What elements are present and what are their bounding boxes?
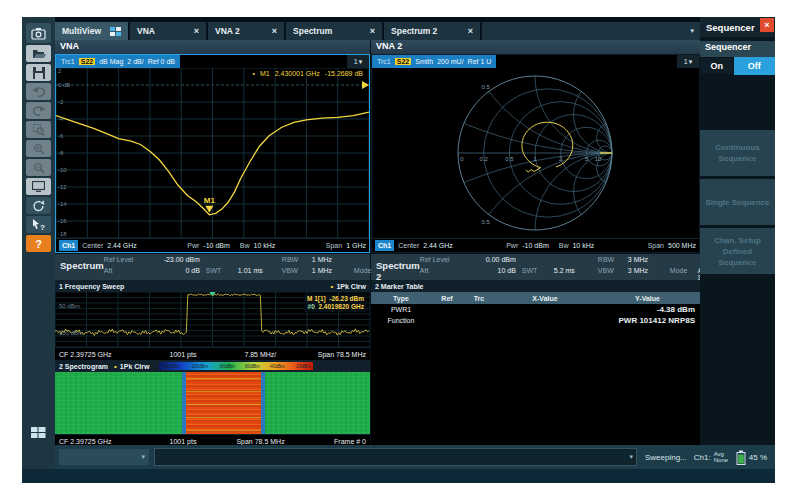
vna-footer: Ch1 Center2.44 GHz Pwr-10 dBm Bw10 kHz S…	[56, 238, 369, 252]
redo-icon[interactable]	[26, 102, 51, 119]
y-axis-label: -100 dBm	[57, 330, 83, 336]
vna2-frame: Trc1 S22 Smith 200 mU/ Ref 1 U 1 ▾ 00.20…	[371, 54, 700, 253]
sequencer-off-button[interactable]: Off	[734, 57, 775, 75]
close-icon[interactable]: ×	[272, 26, 277, 36]
status-average: Avg None	[714, 451, 728, 463]
chevron-down-icon: ▾	[141, 453, 145, 461]
undo-icon[interactable]	[26, 83, 51, 100]
vna2-panel[interactable]: VNA 2 Trc1 S22 Smith 200 mU/ Ref 1 U 1 ▾	[371, 40, 700, 253]
save-icon[interactable]	[26, 64, 51, 81]
tab-label: Spectrum 2	[391, 26, 437, 36]
tab-multiview[interactable]: MultiView	[55, 22, 128, 40]
legend-label: -110dBm	[162, 363, 180, 368]
status-message-box[interactable]: ▾	[154, 448, 637, 466]
screenshot-camera-icon[interactable]	[26, 23, 51, 43]
window-select[interactable]: 1 ▾	[347, 55, 369, 68]
close-icon[interactable]: ×	[370, 26, 375, 36]
windows-start-icon[interactable]	[26, 422, 51, 442]
status-channel: Ch1:	[694, 453, 711, 462]
sequencer-softkey-button[interactable]: Continuous Sequence	[700, 130, 775, 176]
tab-spectrum[interactable]: Spectrum ×	[286, 22, 382, 40]
legend-label: -100dBm	[190, 363, 208, 368]
trace-info[interactable]: Trc1 S22 dB Mag 2 dB/ Ref 0 dB	[56, 55, 180, 68]
tab-overflow-area[interactable]: ▾	[482, 22, 700, 40]
y-axis-label: 0 dB	[58, 82, 70, 88]
svg-text:?: ?	[40, 223, 45, 231]
table-row[interactable]: PWR1 -4.38 dBm	[371, 304, 700, 315]
spectrum-panel[interactable]: Spectrum Ref Level -23.00 dBm RBW 1 MHz …	[55, 254, 370, 445]
sparam-chip: S22	[79, 58, 95, 65]
trace-color-dot-icon: •	[114, 362, 117, 371]
spectrogram-plot[interactable]	[55, 372, 370, 434]
multiview-grid-icon	[110, 27, 121, 36]
channel-badge[interactable]: Ch1	[59, 240, 78, 251]
tab-label: VNA 2	[215, 26, 240, 36]
svg-text:M1: M1	[204, 196, 216, 205]
context-help-icon[interactable]: ?	[26, 216, 51, 233]
zoom-out-icon[interactable]	[26, 159, 51, 176]
tab-vna[interactable]: VNA ×	[130, 22, 206, 40]
legend-label: -60dBm	[244, 363, 260, 368]
help-icon[interactable]: ?	[26, 235, 51, 252]
trace-header: Trc1 S22 Smith 200 mU/ Ref 1 U 1 ▾	[372, 55, 699, 68]
trace-scale: 200 mU/	[437, 58, 463, 65]
screenshot-page: ? ? MultiView VNA × VNA 2 × Spectrum × S…	[0, 0, 790, 496]
vna2-footer: Ch1 Center2.44 GHz Pwr-10 dBm Bw10 kHz S…	[372, 238, 699, 252]
tab-label: VNA	[137, 26, 155, 36]
close-icon[interactable]: ×	[194, 26, 199, 36]
y-axis-label: -10	[58, 167, 67, 173]
y-axis-label: -16	[58, 218, 67, 224]
trace-format: Smith	[415, 58, 433, 65]
sequencer-panel: Sequencer × Sequencer On Off Continuous …	[700, 17, 775, 445]
tab-vna2[interactable]: VNA 2 ×	[208, 22, 284, 40]
y-axis-label: -8	[58, 150, 63, 156]
status-bar: ▾ ▾ Sweeping... Ch1: Avg None 45 %	[55, 445, 775, 469]
svg-text:0.5: 0.5	[505, 156, 514, 162]
y-axis-label: 2	[58, 68, 61, 74]
tab-spectrum2[interactable]: Spectrum 2 ×	[384, 22, 480, 40]
trace-info[interactable]: Trc1 S22 Smith 200 mU/ Ref 1 U	[372, 55, 496, 68]
table-row[interactable]: Function PWR 101412 NRP8S	[371, 315, 700, 326]
zoom-reset-icon[interactable]	[26, 140, 51, 157]
analyzer-window: ? ? MultiView VNA × VNA 2 × Spectrum × S…	[22, 17, 775, 483]
display-config-icon[interactable]	[26, 178, 51, 195]
status-dropdown[interactable]: ▾	[59, 449, 149, 465]
spectrogram-signal-band	[186, 372, 262, 434]
smith-chart-area[interactable]: 00.20.5125100.50.5	[372, 68, 699, 238]
chevron-down-icon: ▾	[359, 58, 363, 66]
close-icon[interactable]: ×	[760, 18, 774, 32]
sequencer-softkey-button[interactable]: Chan. Setup Defined Sequence	[700, 228, 775, 274]
zoom-select-icon[interactable]	[26, 121, 51, 138]
svg-text:0.5: 0.5	[482, 84, 491, 90]
spectrogram-edge	[261, 372, 265, 434]
sweep-status: Sweeping...	[645, 453, 687, 462]
legend-label: -23dBm	[295, 363, 311, 368]
sequencer-softkey-button[interactable]: Single Sequence	[700, 179, 775, 225]
preset-refresh-icon[interactable]	[26, 197, 51, 214]
vna-panel[interactable]: VNA Trc1 S22 dB Mag 2 dB/ Ref 0 dB 1 ▾	[55, 40, 370, 253]
open-file-icon[interactable]	[26, 45, 51, 62]
svg-text:0: 0	[460, 156, 464, 162]
sequencer-on-button[interactable]: On	[700, 57, 734, 75]
sequencer-softkeys: Continuous SequenceSingle SequenceChan. …	[700, 130, 775, 274]
chevron-down-icon: ▾	[690, 27, 694, 35]
y-axis-label: -6	[58, 133, 63, 139]
channel-badge[interactable]: Ch1	[375, 240, 394, 251]
chevron-down-icon: ▾	[629, 453, 633, 461]
window-title-bar: 2 Marker Table	[371, 280, 700, 292]
window-select[interactable]: 1 ▾	[677, 55, 699, 68]
frequency-sweep-plot[interactable]: -50 dBm -100 dBm M 1[1] -26.23 dBm #0 2.…	[55, 292, 370, 347]
svg-text:1: 1	[533, 156, 537, 162]
tab-label: Spectrum	[293, 26, 332, 36]
sparam-chip: S22	[395, 58, 411, 65]
sweep-params: Ref Level 0.00 dBm RBW 3 MHz Att 10 dB S…	[420, 254, 719, 280]
trace-color-dot-icon: •	[331, 282, 334, 291]
panel-title: VNA	[55, 40, 370, 55]
spectrum2-panel[interactable]: Spectrum 2 Ref Level 0.00 dBm RBW 3 MHz …	[371, 254, 700, 445]
vna-plot-area[interactable]: M1 • M1 2.430001 GHz -15.2689 dB 20 dB-2…	[56, 68, 369, 238]
sequencer-title: Sequencer	[706, 22, 755, 33]
sequencer-section-label: Sequencer	[700, 41, 775, 57]
multiview-grid: VNA Trc1 S22 dB Mag 2 dB/ Ref 0 dB 1 ▾	[55, 40, 700, 445]
close-icon[interactable]: ×	[468, 26, 473, 36]
chevron-down-icon: ▾	[689, 58, 693, 66]
